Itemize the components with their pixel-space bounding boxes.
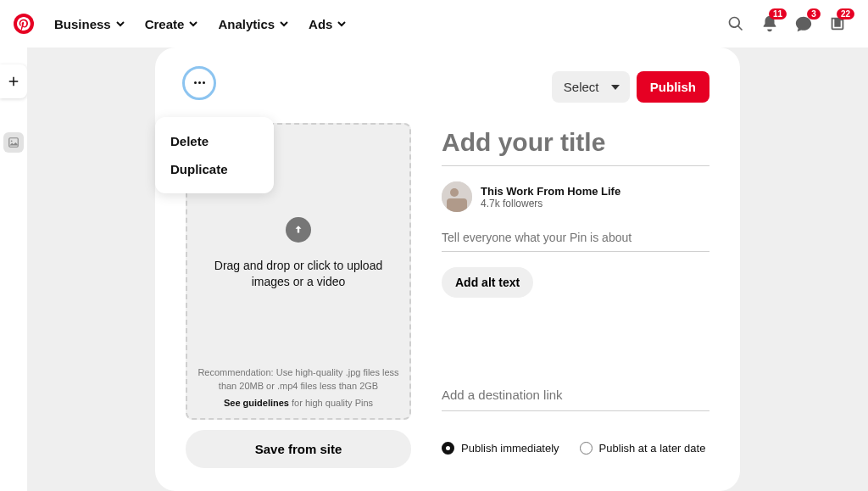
publish-button[interactable]: Publish [637,71,709,103]
board-select[interactable]: Select [552,71,630,103]
add-pin-button[interactable] [0,64,27,98]
main-area: Delete Duplicate Select Publish [27,47,868,491]
chevron-down-icon [280,20,288,28]
top-nav: Business Create Analytics Ads 11 3 22 [0,0,868,47]
menu-duplicate[interactable]: Duplicate [155,155,274,183]
chat-icon[interactable]: 3 [787,7,821,41]
publish-timing-row: Publish immediately Publish at a later d… [442,442,709,455]
chat-badge: 3 [807,8,821,20]
left-rail [0,47,27,491]
save-from-site-button[interactable]: Save from site [186,430,411,468]
description-input[interactable] [442,227,709,252]
pinterest-logo[interactable] [14,14,34,34]
author-name: This Work From Home Life [481,185,620,198]
nav-analytics[interactable]: Analytics [208,10,298,38]
news-icon[interactable]: 22 [821,7,854,41]
nav-create[interactable]: Create [135,10,209,38]
pin-editor-card: Delete Duplicate Select Publish [155,47,740,491]
form-column: This Work From Home Life 4.7k followers … [442,123,709,468]
radio-publish-later[interactable]: Publish at a later date [580,442,706,455]
draft-thumbnail[interactable] [3,132,24,153]
chevron-down-icon [337,20,346,28]
menu-delete[interactable]: Delete [155,127,274,155]
author-row: This Work From Home Life 4.7k followers [442,181,709,212]
card-top-row: Delete Duplicate Select Publish [186,71,709,103]
svg-point-3 [450,188,459,197]
dots-icon [194,81,205,84]
radio-unselected-icon [580,442,593,455]
svg-rect-0 [9,138,19,148]
title-input[interactable] [442,123,709,166]
news-badge: 22 [837,8,854,20]
more-options-button[interactable] [182,66,216,100]
svg-rect-4 [447,198,467,212]
nav-business[interactable]: Business [44,10,135,38]
upload-instruction: Drag and drop or click to upload images … [208,258,389,288]
upload-arrow-icon [286,217,311,243]
upload-hint: Recommendation: Use high-quality .jpg fi… [198,366,399,393]
bell-badge: 11 [769,8,787,20]
chevron-down-icon [189,20,198,28]
more-options-menu: Delete Duplicate [155,117,274,193]
avatar[interactable] [442,181,472,212]
radio-publish-now[interactable]: Publish immediately [442,442,559,455]
svg-point-1 [11,140,13,142]
see-guidelines[interactable]: See guidelines for high quality Pins [224,398,373,408]
radio-selected-icon [442,442,454,455]
chevron-down-icon [116,20,125,28]
author-followers: 4.7k followers [481,198,620,209]
add-alt-text-button[interactable]: Add alt text [442,267,533,298]
nav-ads[interactable]: Ads [298,10,356,38]
search-icon[interactable] [719,7,753,41]
destination-link-input[interactable] [442,382,709,411]
bell-icon[interactable]: 11 [753,7,787,41]
